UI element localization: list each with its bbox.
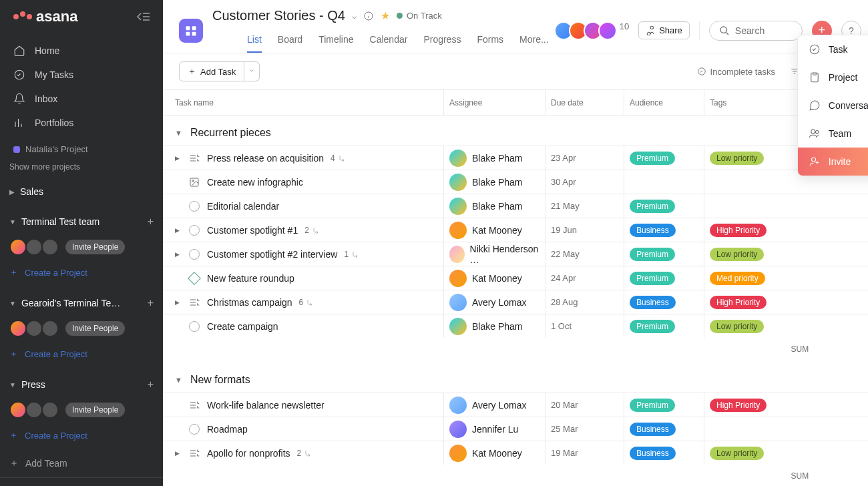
image-icon xyxy=(188,176,200,188)
project-stub[interactable]: Natalia's Project xyxy=(0,140,163,158)
sum-row: SUM1 xyxy=(163,465,868,486)
share-button[interactable]: Share xyxy=(638,21,690,39)
tab-progress[interactable]: Progress xyxy=(423,29,461,53)
menu-item-invite[interactable]: Invite xyxy=(798,148,868,176)
nav-portfolios[interactable]: Portfolios xyxy=(0,111,163,135)
portfolio-icon xyxy=(13,117,25,129)
check-circle-icon[interactable] xyxy=(188,423,200,435)
subtask-icon xyxy=(188,399,200,411)
plus-icon[interactable]: + xyxy=(148,297,154,309)
incomplete-tasks-filter[interactable]: Incomplete tasks xyxy=(697,67,776,77)
svg-rect-2 xyxy=(192,26,196,30)
table-row[interactable]: ▶Press release on acquisition4 Blake Pha… xyxy=(163,146,868,170)
main-content: Customer Stories - Q4 ⌵ ★ On Track List … xyxy=(163,0,868,486)
table-row[interactable]: Create new infographic Blake Pham 30 Apr xyxy=(163,170,868,194)
sum-row: SUM3 xyxy=(163,338,868,363)
chat-icon xyxy=(809,99,821,111)
milestone-icon[interactable] xyxy=(188,272,200,284)
search-input[interactable]: Search xyxy=(709,21,803,41)
table-row[interactable]: New feature roundup Kat Mooney 24 Apr Pr… xyxy=(163,266,868,290)
invite-people-button[interactable]: Invite People xyxy=(65,240,125,254)
subtask-icon xyxy=(188,296,200,308)
svg-point-13 xyxy=(815,131,819,134)
check-circle-icon[interactable] xyxy=(188,224,200,236)
svg-rect-4 xyxy=(192,31,196,35)
check-circle-icon xyxy=(809,43,821,55)
tab-calendar[interactable]: Calendar xyxy=(370,29,408,53)
add-task-dropdown[interactable]: ⌵ xyxy=(244,61,260,81)
table-row[interactable]: Editorial calendar Blake Pham 21 May Pre… xyxy=(163,194,868,218)
invite-icon xyxy=(809,156,821,168)
team-press[interactable]: ▼Press+ xyxy=(0,373,163,396)
users-icon xyxy=(809,128,821,140)
nav-mytasks[interactable]: My Tasks xyxy=(0,63,163,87)
quick-add-menu: Task Project Conversation Team Invite xyxy=(797,35,868,176)
bell-icon xyxy=(13,93,25,105)
svg-point-9 xyxy=(192,180,194,182)
menu-item-task[interactable]: Task xyxy=(798,35,868,63)
logo[interactable]: asana xyxy=(13,8,77,25)
svg-point-12 xyxy=(811,130,815,134)
project-title[interactable]: Customer Stories - Q4 xyxy=(212,8,345,23)
tab-more[interactable]: More... xyxy=(519,29,549,53)
menu-item-team[interactable]: Team xyxy=(798,119,868,148)
table-row[interactable]: ▶Apollo for nonprofits2 Kat Mooney 19 Ma… xyxy=(163,441,868,465)
chevron-down-icon[interactable]: ⌵ xyxy=(352,11,357,21)
show-more-projects[interactable]: Show more projects xyxy=(0,158,163,176)
svg-rect-3 xyxy=(186,31,190,35)
star-icon[interactable]: ★ xyxy=(381,9,390,22)
table-row[interactable]: Roadmap Jennifer Lu 25 Mar Business xyxy=(163,417,868,441)
tab-board[interactable]: Board xyxy=(278,29,302,53)
section-newformats[interactable]: ▼New formats xyxy=(163,363,868,393)
table-row[interactable]: ▶Customer spotlight #2 interview1 Nikki … xyxy=(163,242,868,266)
table-row[interactable]: ▶Christmas campaign6 Avery Lomax 28 Aug … xyxy=(163,290,868,314)
tab-timeline[interactable]: Timeline xyxy=(318,29,353,53)
tab-forms[interactable]: Forms xyxy=(477,29,503,53)
svg-point-14 xyxy=(811,158,815,162)
svg-point-6 xyxy=(720,27,726,33)
table-row[interactable]: Create campaign Blake Pham 1 Oct Premium… xyxy=(163,314,868,338)
subtask-icon xyxy=(188,152,200,164)
project-status[interactable]: On Track xyxy=(397,11,442,21)
clipboard-icon xyxy=(809,71,821,83)
add-team-button[interactable]: ＋Add Team xyxy=(0,449,163,477)
add-task-button[interactable]: ＋Add Task xyxy=(179,61,244,81)
team-terminal[interactable]: ▼Terminal Test team+ xyxy=(0,210,163,233)
svg-rect-11 xyxy=(811,73,819,82)
home-icon xyxy=(13,45,25,57)
project-icon xyxy=(179,19,203,43)
menu-item-project[interactable]: Project xyxy=(798,63,868,91)
sidebar-collapse-icon[interactable] xyxy=(136,12,150,21)
menu-item-conversation[interactable]: Conversation xyxy=(798,91,868,119)
nav-home[interactable]: Home xyxy=(0,39,163,63)
create-project-button[interactable]: ＋Create a Project xyxy=(0,261,163,284)
table-header: Task name Assignee Due date Audience Tag… xyxy=(163,90,868,116)
member-avatars[interactable]: 10 xyxy=(558,21,629,40)
tab-list[interactable]: List xyxy=(247,29,262,53)
browse-other-teams[interactable]: Browse Other Teams xyxy=(0,477,163,486)
check-circle-icon[interactable] xyxy=(188,320,200,332)
table-row[interactable]: ▶Customer spotlight #12 Kat Mooney 19 Ju… xyxy=(163,218,868,242)
invite-people-button[interactable]: Invite People xyxy=(65,321,125,336)
svg-rect-1 xyxy=(186,26,190,30)
plus-icon[interactable]: + xyxy=(148,216,154,228)
plus-icon[interactable]: + xyxy=(148,379,154,391)
search-icon xyxy=(719,25,730,36)
invite-people-button[interactable]: Invite People xyxy=(65,403,125,417)
check-circle-icon xyxy=(13,69,25,81)
team-sales[interactable]: ▶Sales xyxy=(0,181,163,202)
team-gearoid[interactable]: ▼Gearoid's Terminal Te…+ xyxy=(0,292,163,314)
table-row[interactable]: Work-life balance newsletter Avery Lomax… xyxy=(163,393,868,417)
check-circle-icon[interactable] xyxy=(188,200,200,212)
check-circle-icon[interactable] xyxy=(188,248,200,260)
create-project-button[interactable]: ＋Create a Project xyxy=(0,424,163,447)
section-recurrent[interactable]: ▼Recurrent pieces xyxy=(163,116,868,146)
create-project-button[interactable]: ＋Create a Project xyxy=(0,342,163,365)
nav-inbox[interactable]: Inbox xyxy=(0,87,163,111)
sidebar: asana Home My Tasks Inbox Portfolios Nat… xyxy=(0,0,163,486)
subtask-icon xyxy=(188,447,200,459)
info-icon[interactable] xyxy=(363,11,374,21)
